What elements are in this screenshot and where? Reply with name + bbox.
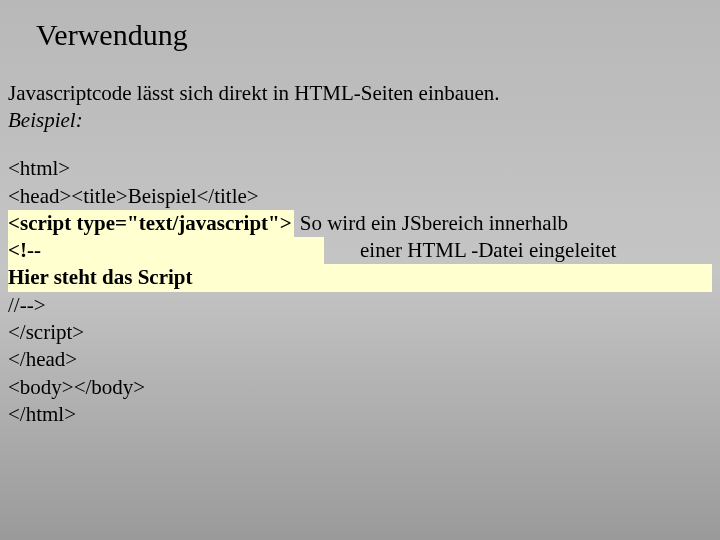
slide-title: Verwendung — [36, 18, 712, 52]
intro-label: Beispiel: — [8, 108, 712, 133]
highlight-row: <script type="text/javascript"> So wird … — [8, 210, 712, 237]
code-line: </html> — [8, 401, 712, 428]
code-comment-close: //--> — [8, 292, 712, 319]
code-line: <html> — [8, 155, 712, 182]
annotation-text: einer HTML -Datei eingeleitet — [324, 237, 616, 264]
code-script-open: <script type="text/javascript"> — [8, 210, 294, 237]
annotation-text: So wird ein JSbereich innerhalb — [294, 210, 568, 237]
code-comment-open: <!-- — [8, 237, 324, 264]
code-example: <html> <head><title>Beispiel</title> <sc… — [8, 155, 712, 428]
code-line: <head><title>Beispiel</title> — [8, 183, 712, 210]
highlight-row: <!-- einer HTML -Datei eingeleitet — [8, 237, 712, 264]
code-script-close: </script> — [8, 319, 712, 346]
code-line: </head> — [8, 346, 712, 373]
code-line: <body></body> — [8, 374, 712, 401]
intro-text: Javascriptcode lässt sich direkt in HTML… — [8, 80, 712, 106]
code-script-body: Hier steht das Script — [8, 264, 712, 291]
slide: Verwendung Javascriptcode lässt sich dir… — [0, 0, 720, 428]
